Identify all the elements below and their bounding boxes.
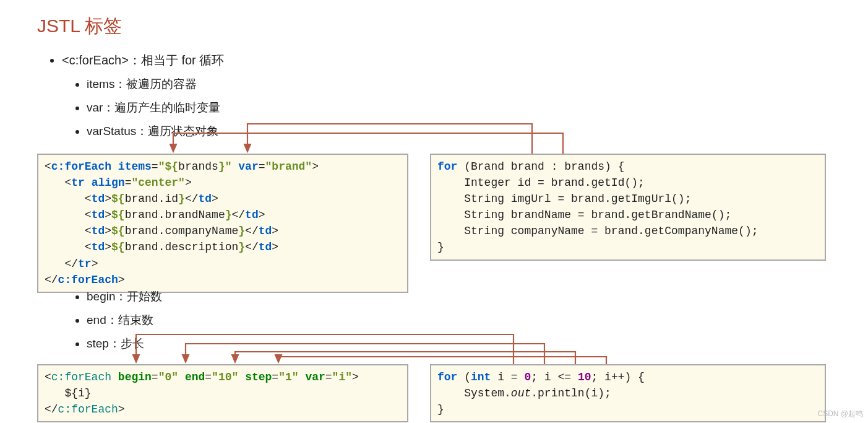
sub-list-2-container: begin：开始数 end：结束数 step：步长 — [37, 285, 163, 355]
main-bullet: <c:forEach>：相当于 for 循环 items：被遍历的容器 var：… — [62, 48, 868, 143]
watermark: CSDN @起鸣 — [817, 409, 863, 419]
bullet-begin: begin：开始数 — [87, 285, 163, 308]
page-title: JSTL 标签 — [37, 14, 868, 39]
bullet-var: var：遍历产生的临时变量 — [87, 96, 868, 120]
bullet-end: end：结束数 — [87, 308, 163, 332]
sub-list-1: items：被遍历的容器 var：遍历产生的临时变量 varStatus：遍历状… — [62, 72, 868, 143]
code-jstl-foreach-begin: <c:forEach begin="0" end="10" step="1" v… — [37, 364, 408, 422]
main-bullet-text: <c:forEach>：相当于 for 循环 — [62, 53, 224, 67]
sub-list-2: begin：开始数 end：结束数 step：步长 — [62, 285, 163, 355]
code-jstl-foreach-items: <c:forEach items="${brands}" var="brand"… — [37, 154, 408, 293]
bullet-items: items：被遍历的容器 — [87, 72, 868, 96]
code-java-for-brands: for (Brand brand : brands) { Integer id … — [430, 154, 826, 261]
main-list: <c:forEach>：相当于 for 循环 items：被遍历的容器 var：… — [37, 48, 868, 143]
bullet-varstatus: varStatus：遍历状态对象 — [87, 120, 868, 143]
code-java-for-int: for (int i = 0; i <= 10; i++) { System.o… — [430, 364, 826, 422]
bullet-step: step：步长 — [87, 332, 163, 355]
